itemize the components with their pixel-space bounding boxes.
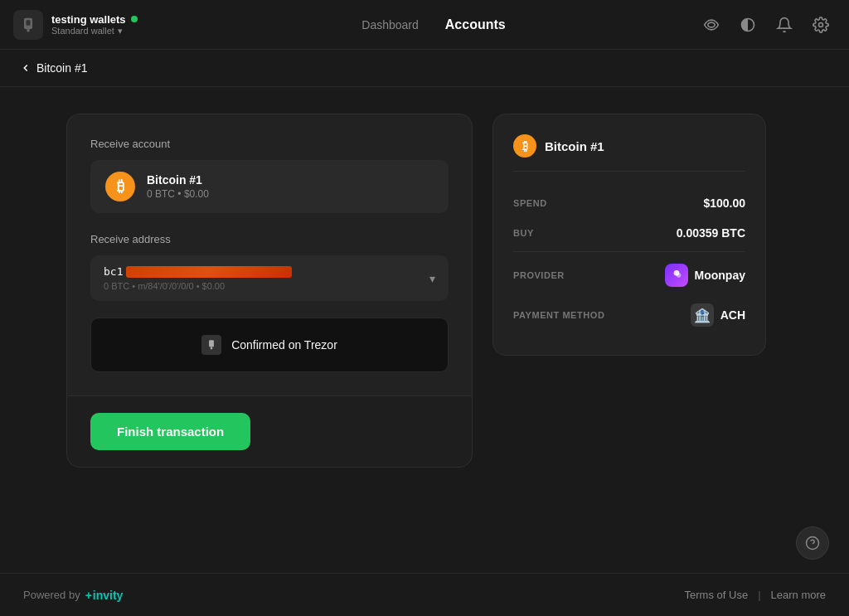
nav-accounts[interactable]: Accounts xyxy=(445,17,506,32)
breadcrumb-back-button[interactable]: Bitcoin #1 xyxy=(20,61,87,75)
breadcrumb-bar: Bitcoin #1 xyxy=(0,50,849,87)
spend-row: SPEND $100.00 xyxy=(513,188,745,218)
nav-links: Dashboard Accounts xyxy=(171,17,696,32)
footer-links: Terms of Use | Learn more xyxy=(685,589,826,601)
svg-rect-2 xyxy=(27,29,29,32)
footer-separator: | xyxy=(758,589,760,601)
footer-powered-by: Powered by +invity xyxy=(23,589,123,602)
confirmed-box: Confirmed on Trezor xyxy=(90,318,449,372)
wallet-text-block: testing wallets Standard wallet ▾ xyxy=(51,13,138,36)
cards-row: Receive account ₿ Bitcoin #1 0 BTC • $0.… xyxy=(0,87,849,468)
account-info: Bitcoin #1 0 BTC • $0.00 xyxy=(147,173,209,200)
right-bitcoin-icon: ₿ xyxy=(513,134,536,158)
buy-label: BUY xyxy=(513,228,534,238)
receive-address-label: Receive address xyxy=(90,233,449,245)
learn-more-link[interactable]: Learn more xyxy=(771,589,826,601)
address-path: 0 BTC • m/84'/0'/0'/0/0 • $0.00 xyxy=(104,281,292,291)
wallet-type[interactable]: Standard wallet ▾ xyxy=(51,26,138,36)
settings-icon-button[interactable] xyxy=(806,10,836,40)
bitcoin-icon: ₿ xyxy=(105,172,135,201)
eye-icon-button[interactable] xyxy=(696,10,726,40)
svg-rect-5 xyxy=(209,340,214,347)
address-chevron-button[interactable]: ▾ xyxy=(429,272,435,285)
svg-rect-6 xyxy=(211,347,212,349)
chevron-down-icon: ▾ xyxy=(118,26,123,36)
right-card: ₿ Bitcoin #1 SPEND $100.00 BUY 0.00359 B… xyxy=(492,114,766,356)
divider-1 xyxy=(513,251,745,252)
terms-of-use-link[interactable]: Terms of Use xyxy=(685,589,749,601)
wallet-name: testing wallets xyxy=(51,13,138,26)
payment-method-row: PAYMENT METHOD 🏦 ACH xyxy=(513,295,745,335)
provider-row: PROVIDER Moonpay xyxy=(513,255,745,295)
finish-transaction-button[interactable]: Finish transaction xyxy=(90,413,250,450)
spend-value: $100.00 xyxy=(703,196,745,210)
account-balance: 0 BTC • $0.00 xyxy=(147,188,209,200)
provider-label: PROVIDER xyxy=(513,270,565,280)
ach-icon: 🏦 xyxy=(691,303,714,327)
spend-label: SPEND xyxy=(513,198,547,208)
confirmed-text: Confirmed on Trezor xyxy=(231,338,337,352)
svg-rect-1 xyxy=(27,20,31,26)
nav-dashboard[interactable]: Dashboard xyxy=(361,18,419,32)
help-button[interactable] xyxy=(796,526,829,560)
wallet-device-icon xyxy=(13,10,43,40)
payment-method-label: PAYMENT METHOD xyxy=(513,310,604,320)
receive-card: Receive account ₿ Bitcoin #1 0 BTC • $0.… xyxy=(66,114,473,395)
wallet-info: testing wallets Standard wallet ▾ xyxy=(13,10,171,40)
trezor-device-svg xyxy=(20,17,36,33)
theme-icon-button[interactable] xyxy=(733,10,763,40)
left-column: Receive account ₿ Bitcoin #1 0 BTC • $0.… xyxy=(66,114,473,468)
payment-method-value: 🏦 ACH xyxy=(691,303,745,327)
notification-icon-button[interactable] xyxy=(769,10,799,40)
address-prefix: bc1 xyxy=(104,265,123,278)
online-indicator xyxy=(131,16,138,22)
buy-row: BUY 0.00359 BTC xyxy=(513,218,745,248)
account-row: ₿ Bitcoin #1 0 BTC • $0.00 xyxy=(90,160,449,213)
buy-value: 0.00359 BTC xyxy=(677,226,745,240)
top-navigation: testing wallets Standard wallet ▾ Dashbo… xyxy=(0,0,849,50)
invity-logo: +invity xyxy=(85,589,124,602)
address-redacted-block xyxy=(126,266,292,278)
svg-point-8 xyxy=(677,273,681,277)
provider-value: Moonpay xyxy=(665,264,745,287)
moonpay-icon xyxy=(665,264,688,287)
footer: Powered by +invity Terms of Use | Learn … xyxy=(0,573,849,616)
address-main: bc1 0 BTC • m/84'/0'/0'/0/0 • $0.00 xyxy=(104,265,292,291)
breadcrumb-label: Bitcoin #1 xyxy=(36,61,87,75)
svg-point-3 xyxy=(708,22,715,27)
address-row[interactable]: bc1 0 BTC • m/84'/0'/0'/0/0 • $0.00 ▾ xyxy=(90,255,449,301)
svg-point-4 xyxy=(819,22,823,27)
receive-account-label: Receive account xyxy=(90,138,449,150)
address-text: bc1 xyxy=(104,265,292,278)
right-card-title: Bitcoin #1 xyxy=(545,139,604,153)
account-name: Bitcoin #1 xyxy=(147,173,209,187)
receive-address-section: Receive address bc1 0 BTC • m/84'/0'/0'/… xyxy=(90,233,449,301)
trezor-small-icon xyxy=(201,335,221,355)
right-card-header: ₿ Bitcoin #1 xyxy=(513,134,745,172)
back-arrow-icon xyxy=(20,62,32,74)
nav-icon-group xyxy=(696,10,836,40)
finish-section: Finish transaction xyxy=(66,395,473,468)
